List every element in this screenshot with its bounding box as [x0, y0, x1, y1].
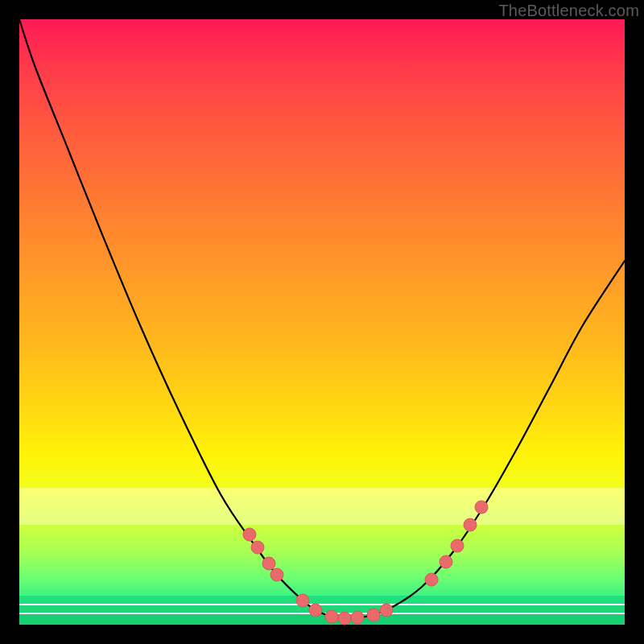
chart-frame: [19, 19, 625, 625]
bottleneck-curve-path: [19, 19, 625, 618]
curve-marker: [262, 557, 275, 570]
curve-marker: [464, 518, 477, 531]
curve-marker: [475, 501, 488, 514]
curve-marker: [309, 604, 322, 617]
watermark-text: TheBottleneck.com: [498, 2, 639, 20]
curve-marker: [338, 612, 351, 625]
bottleneck-curve-svg: [19, 19, 625, 625]
curve-marker: [243, 528, 256, 541]
curve-marker: [440, 555, 452, 568]
curve-marker: [351, 611, 364, 624]
curve-marker: [296, 594, 309, 607]
curve-marker: [425, 573, 438, 586]
curve-marker: [270, 568, 283, 581]
curve-marker: [367, 609, 380, 621]
curve-marker: [451, 539, 464, 552]
curve-marker: [251, 541, 264, 554]
curve-markers: [243, 501, 488, 625]
curve-marker: [325, 610, 338, 623]
curve-marker: [380, 604, 393, 617]
